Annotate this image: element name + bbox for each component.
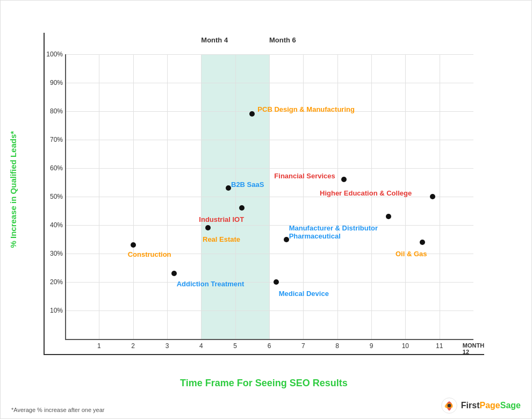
y-tick-label: 30%	[44, 250, 63, 257]
x-axis-label: Time Frame For Seeing SEO Results	[180, 378, 348, 388]
x-tick-label: 10	[402, 342, 409, 350]
y-tick-label: 10%	[44, 307, 63, 314]
data-point	[284, 237, 289, 242]
x-tick-month12: MONTH 12	[463, 342, 484, 355]
y-tick-label: 20%	[44, 278, 63, 286]
data-label: Addiction Treatment	[177, 280, 245, 288]
logo-area: FirstPageSage	[441, 397, 521, 414]
data-point	[341, 177, 347, 182]
data-point	[226, 185, 231, 191]
x-tick-label: 11	[436, 342, 443, 350]
y-axis-label: % Increase in Qualified Leads*	[9, 140, 18, 248]
data-label: Real Estate	[203, 235, 240, 243]
data-label: Construction	[128, 250, 171, 258]
y-tick-label: 70%	[44, 136, 63, 143]
y-tick-label: 50%	[44, 193, 63, 200]
y-tick-label: 40%	[44, 221, 63, 229]
data-point	[239, 205, 245, 211]
y-tick-label: 80%	[44, 107, 63, 115]
y-tick-label: 100%	[44, 50, 63, 58]
data-point	[205, 225, 211, 230]
chart-container: % Increase in Qualified Leads* 10%20%30%…	[0, 0, 532, 419]
y-tick-label: 90%	[44, 79, 63, 86]
data-point	[171, 271, 177, 276]
data-label: Pharmaceutical	[289, 232, 341, 240]
x-axis-line	[65, 339, 473, 340]
x-tick-label: 3	[166, 342, 169, 350]
month4-label: Month 4	[201, 36, 228, 44]
month6-label: Month 6	[269, 36, 296, 44]
grid-line-v	[201, 54, 202, 339]
data-point	[430, 194, 435, 199]
grid-line-v	[269, 54, 270, 339]
x-tick-label: 5	[233, 342, 237, 350]
chart-area: 10%20%30%40%50%60%70%80%90%100%123456789…	[44, 33, 484, 355]
x-tick-label: 2	[131, 342, 135, 350]
data-label: Higher Education & College	[320, 189, 412, 197]
logo-text: FirstPageSage	[461, 401, 521, 410]
x-tick-label: 7	[301, 342, 305, 350]
x-tick-label: 6	[268, 342, 271, 350]
data-point	[420, 240, 425, 245]
grid-line-v	[133, 54, 134, 339]
x-axis-line	[44, 354, 484, 355]
grid-line-v	[167, 54, 168, 339]
x-tick-label: 8	[335, 342, 339, 350]
data-label: B2B SaaS	[231, 180, 264, 189]
data-label: Financial Services	[274, 172, 335, 180]
data-label: Industrial IOT	[199, 215, 244, 223]
y-tick-label: 60%	[44, 164, 63, 172]
grid-line-v	[440, 54, 440, 339]
svg-point-1	[448, 404, 451, 407]
data-label: Medical Device	[279, 290, 329, 298]
data-point	[131, 242, 136, 248]
grid-line-v	[99, 54, 99, 339]
x-tick-label: 1	[97, 342, 101, 350]
footer-note: *Average % increase after one year	[11, 407, 104, 413]
data-point	[249, 111, 255, 117]
y-axis-line	[65, 54, 66, 339]
logo-icon	[441, 397, 458, 414]
data-point	[386, 214, 391, 219]
grid-line-v	[235, 54, 236, 339]
x-tick-label: 9	[370, 342, 373, 350]
data-point	[274, 279, 279, 285]
data-label: Oil & Gas	[396, 250, 427, 258]
data-label: PCB Design & Manufacturing	[257, 105, 355, 113]
data-label: Manufacturer & Distributor	[289, 224, 378, 232]
x-tick-label: 4	[199, 342, 203, 350]
